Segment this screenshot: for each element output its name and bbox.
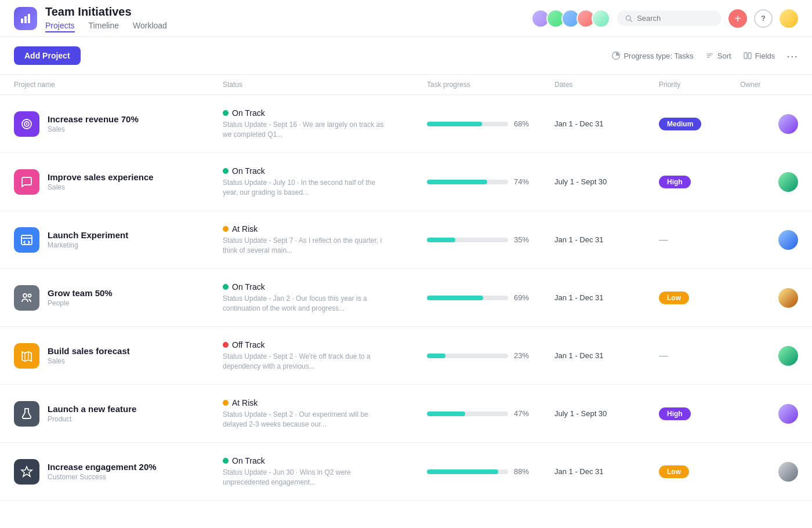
status-row: On Track [223, 108, 415, 118]
progress-col: 35% [427, 235, 554, 244]
project-name: Improve sales experience [48, 172, 154, 182]
app-icon [14, 7, 37, 30]
status-row: At Risk [223, 224, 415, 234]
priority-col: High [659, 176, 740, 188]
project-name-col: Increase revenue 70% Sales [14, 111, 223, 137]
progress-pct: 68% [514, 119, 535, 128]
sort-action[interactable]: Sort [705, 51, 731, 60]
table-row[interactable]: Increase engagement 20% Customer Success… [0, 443, 812, 501]
fields-label: Fields [755, 52, 775, 60]
project-info: Increase revenue 70% Sales [48, 114, 139, 133]
status-dot [223, 458, 229, 464]
status-col: Off Track Status Update - Sept 2 · We're… [223, 340, 427, 372]
owner-avatar [778, 288, 798, 308]
progress-pct: 69% [514, 293, 535, 302]
project-name: Grow team 50% [48, 288, 113, 298]
project-info: Launch a new feature Product [48, 404, 136, 423]
progress-type-icon [611, 51, 621, 60]
owner-col [740, 172, 798, 192]
table-row[interactable]: Improve sales experience Sales On Track … [0, 153, 812, 211]
status-row: Off Track [223, 340, 415, 349]
status-update: Status Update - Sept 2 · We're off track… [223, 352, 385, 372]
col-owner: Owner [740, 81, 798, 89]
project-name: Launch a new feature [48, 404, 136, 414]
project-name-col: Grow team 50% People [14, 285, 223, 311]
progress-bar-bg [427, 122, 508, 126]
project-icon [14, 401, 39, 427]
project-info: Build sales forecast Sales [48, 346, 130, 365]
nav-workload[interactable]: Workload [133, 21, 167, 32]
status-label: Off Track [232, 340, 265, 349]
sort-icon [705, 51, 715, 60]
priority-none: — [659, 351, 668, 361]
status-row: On Track [223, 456, 415, 465]
project-icon [14, 111, 39, 137]
svg-line-4 [630, 20, 632, 21]
status-update: Status Update - Jan 2 · Our focus this y… [223, 294, 385, 314]
project-name: Launch Experiment [48, 230, 128, 240]
progress-bar-bg [427, 180, 508, 184]
progress-bar-bg [427, 412, 508, 416]
fields-icon [743, 51, 752, 60]
progress-pct: 74% [514, 177, 535, 186]
search-box[interactable] [617, 10, 722, 26]
status-update: Status Update - Sept 7 · As I reflect on… [223, 236, 385, 256]
table-row[interactable]: Launch Experiment Marketing At Risk Stat… [0, 211, 812, 269]
progress-bar-fill [427, 412, 465, 416]
help-button[interactable]: ? [754, 9, 773, 28]
header-right: + ? [531, 9, 798, 28]
dates-col: July 1 - Sept 30 [554, 177, 659, 186]
priority-badge: High [659, 407, 691, 420]
col-dates: Dates [554, 81, 659, 89]
project-name-col: Launch Experiment Marketing [14, 227, 223, 253]
progress-bar-fill [427, 122, 482, 126]
project-name: Increase engagement 20% [48, 462, 157, 472]
owner-col [740, 288, 798, 308]
status-col: At Risk Status Update - Sept 2 · Our exp… [223, 398, 427, 429]
progress-col: 88% [427, 467, 554, 476]
svg-point-16 [23, 294, 27, 297]
progress-pct: 35% [514, 235, 535, 244]
status-update: Status Update - July 10 · In the second … [223, 178, 385, 198]
priority-badge: Low [659, 292, 689, 304]
svg-point-17 [28, 294, 31, 297]
nav-timeline[interactable]: Timeline [89, 21, 119, 32]
table-row[interactable]: Grow team 50% People On Track Status Upd… [0, 269, 812, 327]
project-team: People [48, 299, 113, 307]
table-row[interactable]: Increase revenue 70% Sales On Track Stat… [0, 95, 812, 153]
progress-bar-fill [427, 238, 455, 242]
nav-projects[interactable]: Projects [45, 21, 75, 32]
user-avatar[interactable] [780, 9, 798, 28]
priority-col: Medium [659, 118, 740, 130]
more-button[interactable]: ··· [786, 49, 798, 63]
status-label: At Risk [232, 224, 258, 234]
add-button[interactable]: + [728, 9, 747, 28]
table-row[interactable]: Launch a new feature Product At Risk Sta… [0, 385, 812, 443]
owner-col [740, 346, 798, 366]
progress-pct: 88% [514, 467, 535, 476]
owner-col [740, 114, 798, 134]
svg-rect-10 [748, 53, 751, 59]
project-name: Build sales forecast [48, 346, 130, 356]
status-col: On Track Status Update - Jan 2 · Our foc… [223, 282, 427, 314]
col-project-name: Project name [14, 81, 223, 89]
project-team: Marketing [48, 241, 128, 249]
search-input[interactable] [637, 14, 713, 23]
fields-action[interactable]: Fields [743, 51, 775, 60]
owner-avatar [778, 172, 798, 192]
add-project-button[interactable]: Add Project [14, 46, 81, 65]
dates-col: Jan 1 - Dec 31 [554, 235, 659, 244]
header: Team Initiatives Projects Timeline Workl… [0, 0, 812, 37]
priority-badge: High [659, 176, 691, 188]
svg-rect-9 [744, 53, 747, 59]
status-update: Status Update - Sept 2 · Our experiment … [223, 410, 385, 429]
progress-pct: 23% [514, 351, 535, 360]
progress-type-action[interactable]: Progress type: Tasks [611, 51, 693, 60]
progress-bar-bg [427, 238, 508, 242]
table-row[interactable]: Build sales forecast Sales Off Track Sta… [0, 327, 812, 385]
progress-col: 68% [427, 119, 554, 128]
project-info: Grow team 50% People [48, 288, 113, 307]
owner-avatar [778, 404, 798, 424]
svg-rect-0 [21, 19, 23, 23]
project-info: Increase engagement 20% Customer Success [48, 462, 157, 481]
